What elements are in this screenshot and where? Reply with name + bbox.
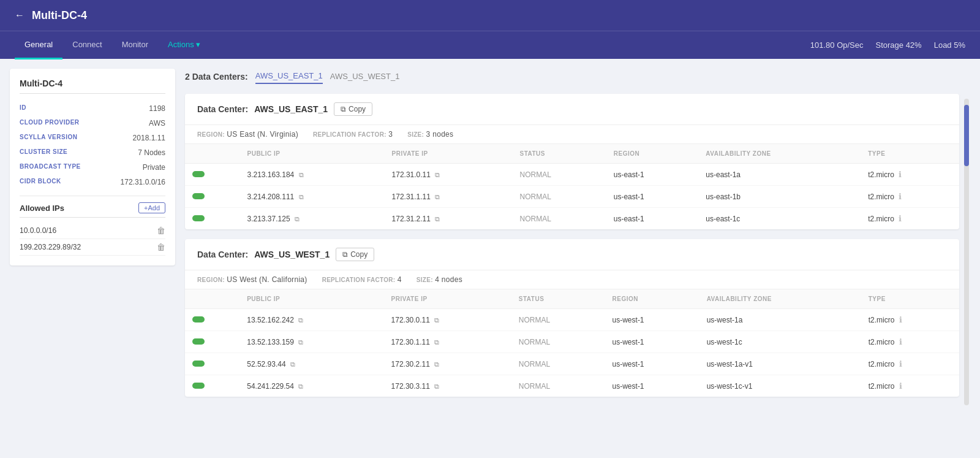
dc-count: 2 Data Centers: <box>185 72 248 82</box>
info-icon[interactable]: ℹ <box>899 381 902 391</box>
public-ip-cell: 13.52.133.159 ⧉ <box>239 331 383 353</box>
region-cell: us-east-1 <box>606 164 699 186</box>
sidebar-broadcast-row: Broadcast Type Private <box>20 160 165 175</box>
dc-west-region-value: US West (N. California) <box>227 275 307 284</box>
tab-connect[interactable]: Connect <box>62 31 111 59</box>
col-public-ip: PUBLIC IP <box>239 144 384 164</box>
tab-general[interactable]: General <box>15 31 62 59</box>
col-private-ip-w: PRIVATE IP <box>384 289 511 309</box>
copy-public-ip-icon[interactable]: ⧉ <box>295 215 300 223</box>
sidebar-cloud-label: Cloud Provider <box>20 119 80 128</box>
col-type: TYPE <box>861 144 959 164</box>
status-cell: NORMAL <box>513 164 606 186</box>
dc-east-table: PUBLIC IP PRIVATE IP STATUS REGION AVAIL… <box>185 144 959 229</box>
table-row: 3.213.163.184 ⧉ 172.31.0.11 ⧉ NORMAL us-… <box>185 164 959 186</box>
sidebar-cluster-label: Cluster Size <box>20 148 67 157</box>
header: ← Multi-DC-4 <box>0 0 980 31</box>
copy-private-ip-icon[interactable]: ⧉ <box>434 316 439 324</box>
dc-west-meta: REGION: US West (N. California) REPLICAT… <box>185 270 959 289</box>
copy-private-ip-icon[interactable]: ⧉ <box>434 361 439 368</box>
dc-west-copy-button[interactable]: ⧉ Copy <box>336 248 374 261</box>
status-cell <box>185 309 239 331</box>
sidebar-scylla-value: 2018.1.11 <box>133 134 165 142</box>
public-ip-cell: 3.214.208.111 ⧉ <box>239 186 384 208</box>
status-dot <box>192 383 205 389</box>
dc-west-rep-label: REPLICATION FACTOR: <box>322 277 396 283</box>
status-cell: NORMAL <box>511 331 605 353</box>
public-ip-cell: 13.52.162.242 ⧉ <box>239 309 383 331</box>
delete-ip-2-icon[interactable]: 🗑 <box>157 242 165 252</box>
status-cell: NORMAL <box>511 353 605 375</box>
storage-stat: Storage 42% <box>876 40 922 50</box>
dc-west-rep-value: 4 <box>398 275 402 284</box>
scroll-indicator <box>964 99 970 406</box>
type-cell: t2.micro ℹ <box>861 353 959 375</box>
copy-private-ip-icon[interactable]: ⧉ <box>435 193 440 200</box>
region-cell: us-west-1 <box>605 309 699 331</box>
copy-public-ip-icon[interactable]: ⧉ <box>298 338 303 346</box>
col-az-w: AVAILABILITY ZONE <box>699 289 861 309</box>
col-status: STATUS <box>513 144 606 164</box>
info-icon[interactable]: ℹ <box>899 192 902 201</box>
table-row: 52.52.93.44 ⧉ 172.30.2.11 ⧉ NORMAL us-we… <box>185 353 959 375</box>
col-public-ip-w: PUBLIC IP <box>239 289 383 309</box>
public-ip-cell: 52.52.93.44 ⧉ <box>239 353 383 375</box>
add-ip-button[interactable]: +Add <box>138 202 165 213</box>
copy-private-ip-icon[interactable]: ⧉ <box>434 383 439 390</box>
type-cell: t2.micro ℹ <box>861 186 959 208</box>
tab-monitor[interactable]: Monitor <box>112 31 158 59</box>
status-cell: NORMAL <box>511 375 605 397</box>
info-icon[interactable]: ℹ <box>899 337 902 346</box>
dc-east-rep-value: 3 <box>388 130 393 139</box>
sidebar-cloud-row: Cloud Provider AWS <box>20 116 165 131</box>
dc-west-table: PUBLIC IP PRIVATE IP STATUS REGION AVAIL… <box>185 289 959 397</box>
private-ip-cell: 172.30.1.11 ⧉ <box>384 331 511 353</box>
info-icon[interactable]: ℹ <box>899 214 902 223</box>
dc-east-size-label: SIZE: <box>407 131 424 138</box>
copy-public-ip-icon[interactable]: ⧉ <box>299 193 304 200</box>
back-button[interactable]: ← <box>15 10 24 21</box>
status-dot <box>192 171 205 177</box>
az-cell: us-west-1c-v1 <box>699 375 861 397</box>
region-cell: us-east-1 <box>606 186 699 208</box>
sidebar-id-value: 1198 <box>149 104 165 113</box>
info-icon[interactable]: ℹ <box>899 359 902 368</box>
sidebar-cluster-value: 7 Nodes <box>138 148 165 157</box>
sidebar-id-label: ID <box>20 104 26 113</box>
type-cell: t2.micro ℹ <box>861 375 959 397</box>
az-cell: us-east-1c <box>698 208 861 230</box>
copy-private-ip-icon[interactable]: ⧉ <box>435 171 440 178</box>
content-area: 2 Data Centers: AWS_US_EAST_1 AWS_US_WES… <box>185 69 970 448</box>
copy-public-ip-icon[interactable]: ⧉ <box>298 383 303 390</box>
dc-west-size-label: SIZE: <box>417 277 433 283</box>
dc-east-copy-button[interactable]: ⧉ Copy <box>334 102 372 116</box>
dc-tab-west[interactable]: AWS_US_WEST_1 <box>330 69 400 83</box>
page-title: Multi-DC-4 <box>32 9 87 22</box>
status-cell <box>185 164 239 186</box>
az-cell: us-east-1b <box>698 186 861 208</box>
copy-public-ip-icon[interactable]: ⧉ <box>299 171 304 178</box>
sidebar-scylla-label: Scylla Version <box>20 134 77 142</box>
copy-private-ip-icon[interactable]: ⧉ <box>435 215 440 223</box>
public-ip-cell: 3.213.163.184 ⧉ <box>239 164 384 186</box>
delete-ip-1-icon[interactable]: 🗑 <box>157 226 165 235</box>
dc-card-west-header: Data Center: AWS_US_WEST_1 ⧉ Copy <box>185 239 959 270</box>
status-dot <box>192 338 205 345</box>
copy-private-ip-icon[interactable]: ⧉ <box>434 338 439 346</box>
copy-public-ip-icon[interactable]: ⧉ <box>298 316 303 324</box>
info-icon[interactable]: ℹ <box>899 315 902 324</box>
copy-public-ip-icon[interactable]: ⧉ <box>290 361 295 368</box>
status-cell: NORMAL <box>513 186 606 208</box>
status-cell <box>185 186 239 208</box>
private-ip-cell: 172.30.3.11 ⧉ <box>384 375 511 397</box>
dc-card-west: Data Center: AWS_US_WEST_1 ⧉ Copy REGION… <box>185 239 959 397</box>
info-icon[interactable]: ℹ <box>899 170 902 179</box>
scrollbar-thumb[interactable] <box>964 105 969 166</box>
tab-actions[interactable]: Actions ▾ <box>158 31 210 59</box>
table-row: 3.213.37.125 ⧉ 172.31.2.11 ⧉ NORMAL us-e… <box>185 208 959 230</box>
table-row: 13.52.133.159 ⧉ 172.30.1.11 ⧉ NORMAL us-… <box>185 331 959 353</box>
scrollbar-track[interactable] <box>964 99 969 405</box>
sidebar-broadcast-value: Private <box>143 163 165 172</box>
dc-tab-east[interactable]: AWS_US_EAST_1 <box>255 69 323 84</box>
dc-west-size-value: 4 nodes <box>435 275 462 284</box>
